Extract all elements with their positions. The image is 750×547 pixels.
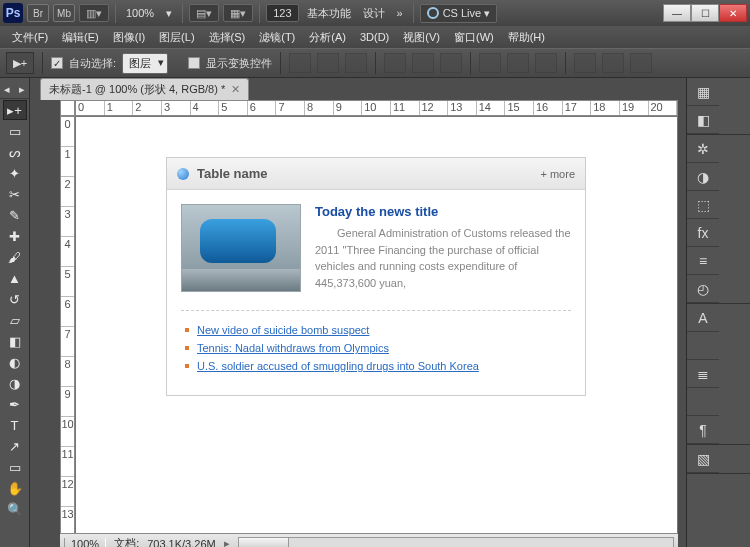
panel-adjust-icon[interactable]: ✲ [687, 135, 719, 163]
guides-dropdown[interactable]: ▦▾ [223, 4, 253, 22]
screenmode-dropdown[interactable]: ▥▾ [79, 4, 109, 22]
align-btn-6[interactable] [440, 53, 462, 73]
panel-options-icon[interactable]: ≡ [687, 247, 719, 275]
cslive-button[interactable]: CS Live ▾ [420, 4, 498, 23]
wand-tool[interactable]: ✦ [3, 163, 27, 183]
list-item: New video of suicide bomb suspect [185, 321, 571, 339]
featured-thumbnail[interactable] [181, 204, 301, 292]
ruler-vertical[interactable]: 012345678910111213 [60, 116, 75, 539]
panel-masks-icon[interactable]: ◑ [687, 163, 719, 191]
align-btn-3[interactable] [345, 53, 367, 73]
stamp-tool[interactable]: ▲ [3, 268, 27, 288]
shape-tool[interactable]: ▭ [3, 457, 27, 477]
card-more-link[interactable]: + more [540, 168, 575, 180]
distribute-btn-4[interactable] [574, 53, 596, 73]
healing-tool[interactable]: ✚ [3, 226, 27, 246]
panel-swatches-icon[interactable]: ▦ [687, 78, 719, 106]
marquee-tool[interactable]: ▭ [3, 121, 27, 141]
align-btn-2[interactable] [317, 53, 339, 73]
pen-tool[interactable]: ✒ [3, 394, 27, 414]
panel-paragraph-icon[interactable]: ≣ [687, 360, 719, 388]
ruler-tick: 5 [219, 101, 248, 115]
type-tool[interactable]: T [3, 415, 27, 435]
document-tab[interactable]: 未标题-1 @ 100% (形状 4, RGB/8) * ✕ [40, 78, 249, 100]
menu-image[interactable]: 图像(I) [107, 28, 151, 47]
ruler-horizontal[interactable]: 01234567891011121314151617181920 [75, 100, 678, 116]
eraser-tool[interactable]: ▱ [3, 310, 27, 330]
zoom-tool[interactable]: 🔍 [3, 499, 27, 519]
toolbox-collapse[interactable]: ◂▸ [0, 80, 30, 99]
autoselect-target-dropdown[interactable]: 图层 [122, 53, 168, 74]
menu-analysis[interactable]: 分析(A) [303, 28, 352, 47]
ruler-tick: 3 [61, 207, 74, 237]
panel-glyphs-icon[interactable]: ¶ [687, 416, 719, 444]
distribute-btn-3[interactable] [535, 53, 557, 73]
ruler-tick: 9 [334, 101, 363, 115]
scrollbar-thumb[interactable] [239, 538, 289, 548]
arrange-dropdown[interactable]: ▤▾ [189, 4, 219, 22]
document-tab-close-icon[interactable]: ✕ [231, 83, 240, 96]
active-tool-icon[interactable]: ▶+ [6, 52, 34, 74]
move-tool[interactable]: ▸+ [3, 100, 27, 120]
distribute-btn-1[interactable] [479, 53, 501, 73]
news-link[interactable]: Tennis: Nadal withdraws from Olympics [197, 342, 389, 354]
brush-tool[interactable]: 🖌 [3, 247, 27, 267]
zoom-readout[interactable]: 100% [122, 7, 158, 19]
status-zoom[interactable]: 100% [64, 538, 106, 548]
panel-history-icon[interactable]: ◴ [687, 275, 719, 303]
ruler-tick: 12 [61, 477, 74, 507]
menu-3d[interactable]: 3D(D) [354, 29, 395, 45]
align-btn-4[interactable] [384, 53, 406, 73]
news-link[interactable]: U.S. soldier accused of smuggling drugs … [197, 360, 479, 372]
minimize-button[interactable]: — [663, 4, 691, 22]
news-link[interactable]: New video of suicide bomb suspect [197, 324, 369, 336]
workspace-basic[interactable]: 基本功能 [303, 6, 355, 21]
crop-tool[interactable]: ✂ [3, 184, 27, 204]
panel-navigator-icon[interactable]: ▧ [687, 445, 719, 473]
menu-view[interactable]: 视图(V) [397, 28, 446, 47]
panel-channels-icon[interactable]: ⬚ [687, 191, 719, 219]
ruler-tick: 14 [477, 101, 506, 115]
workspace-more-icon[interactable]: » [393, 7, 407, 19]
canvas[interactable]: Table name + more Today the news title G… [75, 116, 678, 539]
featured-title[interactable]: Today the news title [315, 204, 571, 219]
menu-select[interactable]: 选择(S) [203, 28, 252, 47]
ruler-tick: 7 [276, 101, 305, 115]
distribute-btn-2[interactable] [507, 53, 529, 73]
distribute-btn-5[interactable] [602, 53, 624, 73]
lasso-tool[interactable]: ᔕ [3, 142, 27, 162]
menu-window[interactable]: 窗口(W) [448, 28, 500, 47]
maximize-button[interactable]: ☐ [691, 4, 719, 22]
blur-tool[interactable]: ◐ [3, 352, 27, 372]
distribute-btn-6[interactable] [630, 53, 652, 73]
panel-styles-icon[interactable]: fx [687, 219, 719, 247]
minibridge-button[interactable]: Mb [53, 4, 75, 22]
menu-filter[interactable]: 滤镜(T) [253, 28, 301, 47]
align-btn-5[interactable] [412, 53, 434, 73]
zoom-caret-icon[interactable]: ▾ [162, 7, 176, 20]
menubar: 文件(F) 编辑(E) 图像(I) 图层(L) 选择(S) 滤镜(T) 分析(A… [0, 26, 750, 48]
history-brush-tool[interactable]: ↺ [3, 289, 27, 309]
menu-help[interactable]: 帮助(H) [502, 28, 551, 47]
gradient-tool[interactable]: ◧ [3, 331, 27, 351]
menu-edit[interactable]: 编辑(E) [56, 28, 105, 47]
ruler-tick: 2 [133, 101, 162, 115]
align-btn-1[interactable] [289, 53, 311, 73]
autoselect-checkbox[interactable]: ✓ [51, 57, 63, 69]
numeric-display[interactable]: 123 [266, 4, 298, 22]
transform-controls-checkbox[interactable] [188, 57, 200, 69]
path-select-tool[interactable]: ↗ [3, 436, 27, 456]
workspace-design[interactable]: 设计 [359, 6, 389, 21]
bridge-button[interactable]: Br [27, 4, 49, 22]
close-button[interactable]: ✕ [719, 4, 747, 22]
menu-layer[interactable]: 图层(L) [153, 28, 200, 47]
hand-tool[interactable]: ✋ [3, 478, 27, 498]
eyedropper-tool[interactable]: ✎ [3, 205, 27, 225]
panel-character-icon[interactable]: A [687, 304, 719, 332]
panel-dock: ▦ ◧ ✲ ◑ ⬚ fx ≡ ◴ A ≣ ¶ ▧ [686, 78, 750, 547]
horizontal-scrollbar[interactable] [238, 537, 674, 548]
menu-file[interactable]: 文件(F) [6, 28, 54, 47]
dodge-tool[interactable]: ◑ [3, 373, 27, 393]
panel-layers-icon[interactable]: ◧ [687, 106, 719, 134]
ruler-tick: 15 [505, 101, 534, 115]
